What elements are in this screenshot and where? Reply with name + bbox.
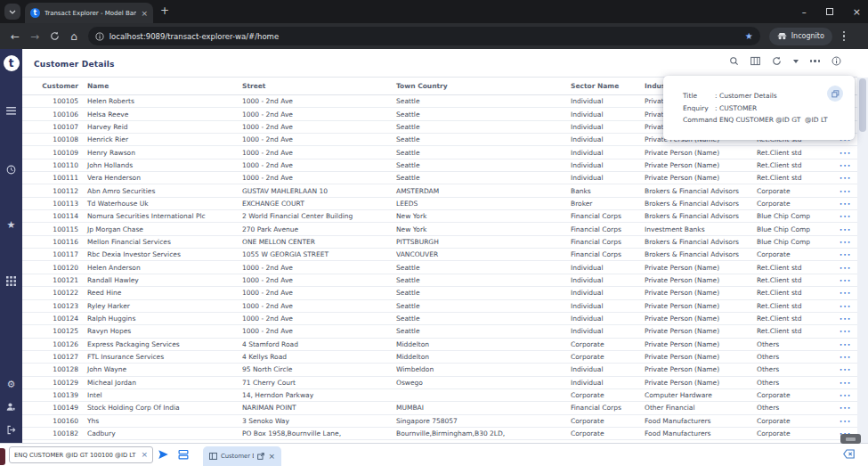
copy-icon[interactable] (827, 86, 843, 102)
row-actions-icon[interactable]: ••• (833, 392, 857, 398)
cell-town-country: AMSTERDAM (395, 187, 570, 195)
result-tab-customer-details[interactable]: Customer D... × (203, 446, 281, 466)
back-icon[interactable]: ← (11, 31, 20, 42)
settings-gear-icon[interactable]: ⚙ (0, 379, 22, 390)
send-command-icon[interactable] (158, 449, 169, 460)
column-header-sector-name[interactable]: Sector Name (570, 82, 644, 90)
table-row[interactable]: 100112 Abn Amro Securities GUSTAV MAHLER… (22, 184, 857, 197)
more-options-icon[interactable] (810, 60, 821, 62)
column-header-customer[interactable]: Customer (22, 82, 80, 90)
table-row[interactable]: 100128 John Wayne 95 North Circle Wimbel… (22, 364, 857, 376)
table-row[interactable]: 100109 Henry Rawson 1000 - 2nd Ave Seatt… (22, 146, 857, 159)
cell-industry: Private Person (Name) (644, 289, 756, 297)
column-header-name[interactable]: Name (80, 82, 241, 90)
table-row[interactable]: 100129 Micheal Jordan 71 Cherry Court Os… (22, 377, 857, 389)
window-minimize-icon[interactable]: – (802, 7, 807, 17)
row-actions-icon[interactable]: ••• (833, 200, 857, 207)
address-bar[interactable]: localhost:9089/transact-explorer-wa/#/ho… (88, 27, 760, 45)
cell-industry: Computer Hardware (644, 391, 756, 399)
row-actions-icon[interactable]: ••• (833, 418, 857, 424)
vertical-scrollbar[interactable] (857, 78, 868, 443)
refresh-icon[interactable] (772, 56, 782, 66)
cell-town-country: MUMBAI (395, 404, 570, 412)
collapsed-widget[interactable] (840, 434, 861, 444)
row-actions-icon[interactable]: ••• (833, 162, 857, 168)
row-actions-icon[interactable]: ••• (833, 328, 857, 334)
tab-close-icon[interactable]: × (141, 9, 148, 18)
search-icon[interactable] (729, 56, 739, 66)
cell-sector-name: Individual (570, 365, 644, 373)
table-row[interactable]: 100127 FTL Insurance Services 4 Kellys R… (22, 351, 857, 364)
row-actions-icon[interactable]: ••• (833, 251, 857, 258)
row-actions-icon[interactable]: ••• (833, 175, 857, 181)
row-actions-icon[interactable]: ••• (833, 366, 857, 372)
forward-icon[interactable]: → (30, 31, 39, 42)
cell-sector-name: Individual (570, 97, 644, 105)
logout-icon[interactable] (0, 425, 22, 435)
table-row[interactable]: 100110 John Hollands 1000 - 2nd Ave Seat… (22, 159, 857, 172)
table-row[interactable]: 100113 Td Waterhouse Uk EXCHANGE COURT L… (22, 198, 857, 210)
window-close-icon[interactable]: × (853, 6, 861, 18)
new-tab-button[interactable]: + (160, 5, 169, 16)
info-icon[interactable] (831, 56, 841, 66)
browser-menu-icon[interactable] (843, 31, 846, 42)
reload-icon[interactable] (50, 31, 60, 41)
apps-grid-icon[interactable] (0, 276, 22, 286)
row-actions-icon[interactable]: ••• (833, 213, 857, 219)
favorites-star-icon[interactable]: ★ (0, 219, 22, 231)
table-row[interactable]: 100160 Yhs 3 Senoko Way Singapore 758057… (22, 415, 857, 428)
table-row[interactable]: 100121 Randall Hawley 1000 - 2nd Ave Sea… (22, 274, 857, 287)
row-actions-icon[interactable]: ••• (833, 239, 857, 245)
bottom-left-accent (0, 448, 5, 465)
dock-panel-icon[interactable] (178, 449, 189, 460)
column-settings-icon[interactable] (750, 56, 760, 66)
bookmark-star-icon[interactable]: ★ (745, 31, 753, 41)
row-actions-icon[interactable]: ••• (833, 405, 857, 411)
window-maximize-icon[interactable] (826, 8, 833, 15)
table-row[interactable]: 100125 Ravyn Hopes 1000 - 2nd Ave Seattl… (22, 325, 857, 338)
browser-tab-active[interactable]: t Transact Explorer - Model Bank × (25, 3, 153, 23)
command-input-chip[interactable]: ENQ CUSTOMER @ID GT 100100 @ID LT × (9, 446, 153, 463)
url-text[interactable]: localhost:9089/transact-explorer-wa/#/ho… (110, 32, 740, 41)
row-actions-icon[interactable]: ••• (833, 290, 857, 296)
result-tab-close-icon[interactable]: × (268, 452, 275, 461)
table-row[interactable]: 100115 Jp Morgan Chase 270 Park Avenue N… (22, 223, 857, 235)
row-actions-icon[interactable]: ••• (833, 341, 857, 347)
cell-segment: Corporate (756, 187, 833, 195)
command-clear-icon[interactable]: × (141, 451, 148, 459)
row-actions-icon[interactable]: ••• (833, 188, 857, 194)
open-in-new-icon[interactable] (257, 453, 264, 460)
table-row[interactable]: 100116 Mellon Financial Services ONE MEL… (22, 236, 857, 249)
row-actions-icon[interactable]: ••• (833, 354, 857, 360)
history-icon[interactable] (0, 165, 22, 175)
table-row[interactable]: 100117 Rbc Dexia Investor Services 1055 … (22, 249, 857, 261)
table-row[interactable]: 100123 Ryley Harker 1000 - 2nd Ave Seatt… (22, 300, 857, 313)
tab-search-chevron-icon[interactable] (4, 4, 20, 20)
row-actions-icon[interactable]: ••• (833, 226, 857, 233)
row-actions-icon[interactable]: ••• (833, 315, 857, 322)
table-row[interactable]: 100111 Vera Henderson 1000 - 2nd Ave Sea… (22, 172, 857, 184)
table-row[interactable]: 100139 Intel 14, Herndon Parkway Corpora… (22, 389, 857, 402)
table-row[interactable]: 100114 Nomura Securities International P… (22, 210, 857, 223)
column-header-street[interactable]: Street (241, 82, 395, 90)
scrollbar-thumb[interactable] (859, 78, 866, 132)
site-info-icon[interactable] (95, 32, 104, 41)
home-icon[interactable]: ⌂ (70, 31, 77, 42)
clear-all-backspace-icon[interactable] (843, 449, 855, 459)
user-admin-icon[interactable] (0, 402, 22, 412)
row-actions-icon[interactable]: ••• (833, 303, 857, 309)
chevron-down-icon[interactable] (793, 60, 799, 63)
row-actions-icon[interactable]: ••• (833, 380, 857, 386)
table-row[interactable]: 100126 Express Packaging Services 4 Stam… (22, 339, 857, 351)
row-actions-icon[interactable]: ••• (833, 265, 857, 271)
cell-sector-name: Individual (570, 379, 644, 387)
table-row[interactable]: 100149 Stock Holding Corp Of India NARIM… (22, 402, 857, 414)
table-row[interactable]: 100124 Ralph Huggins 1000 - 2nd Ave Seat… (22, 313, 857, 325)
row-actions-icon[interactable]: ••• (833, 150, 857, 156)
table-row[interactable]: 100122 Reed Hine 1000 - 2nd Ave Seattle … (22, 287, 857, 299)
row-actions-icon[interactable]: ••• (833, 277, 857, 283)
table-row[interactable]: 100182 Cadbury PO Box 1958,Bournville La… (22, 428, 857, 440)
table-row[interactable]: 100120 Helen Anderson 1000 - 2nd Ave Sea… (22, 261, 857, 274)
menu-hamburger-icon[interactable] (0, 107, 22, 115)
column-header-town-country[interactable]: Town Country (395, 82, 570, 90)
